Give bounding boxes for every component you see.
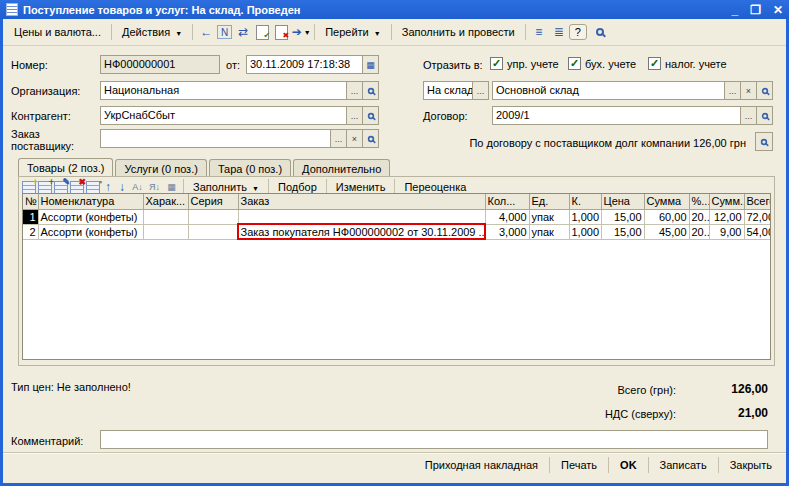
minimize-button[interactable]: _ xyxy=(731,4,738,16)
delete-row-icon[interactable]: ✖ xyxy=(70,181,84,194)
tab-additional[interactable]: Дополнительно xyxy=(293,159,390,177)
back-icon[interactable]: ← xyxy=(197,24,215,41)
tab-goods[interactable]: Товары (2 поз.) xyxy=(18,158,113,178)
magnifier-icon[interactable] xyxy=(756,82,772,99)
col-nomenclature[interactable]: Номенклатура xyxy=(38,194,143,209)
magnifier-icon[interactable] xyxy=(362,107,378,124)
close-form-button[interactable]: Закрыть xyxy=(722,456,780,474)
ellipsis-icon[interactable]: ... xyxy=(472,82,488,99)
ellipsis-icon[interactable]: ... xyxy=(330,130,346,147)
cell-vat-sum[interactable]: 9,00 xyxy=(709,224,744,239)
tab-containers[interactable]: Тара (0 поз.) xyxy=(209,159,291,177)
cell-price[interactable]: 15,00 xyxy=(601,209,644,224)
col-sum[interactable]: Сумма xyxy=(644,194,689,209)
ellipsis-icon[interactable]: ... xyxy=(346,107,362,124)
totals-icon[interactable]: ▦ xyxy=(163,182,180,192)
debt-details-button[interactable] xyxy=(755,132,773,151)
contract-field[interactable]: 2009/1 ... xyxy=(492,106,773,125)
unpost-document-icon[interactable]: ✖ xyxy=(275,25,288,40)
cell-series[interactable] xyxy=(188,224,238,239)
cell-unit[interactable]: упак xyxy=(529,209,569,224)
maximize-button[interactable]: ❐ xyxy=(750,4,761,16)
list-icon[interactable]: ≡ xyxy=(530,24,548,41)
help-icon[interactable]: ? xyxy=(569,24,587,40)
cell-k[interactable]: 1,000 xyxy=(569,224,601,239)
cell-order-highlighted[interactable]: Заказ покупателя НФ000000002 от 30.11.20… xyxy=(238,224,485,239)
col-k[interactable]: К. xyxy=(569,194,601,209)
swap-arrows-icon[interactable]: ⇄ xyxy=(234,24,252,41)
checkbox-tax-accounting[interactable]: ✓ налог. учете xyxy=(648,57,727,70)
col-unit[interactable]: Ед. xyxy=(529,194,569,209)
cell-num[interactable]: 2 xyxy=(23,224,38,239)
ellipsis-icon[interactable]: ... xyxy=(346,82,362,99)
cell-qty[interactable]: 4,000 xyxy=(485,209,529,224)
add-row-icon[interactable]: + xyxy=(22,181,36,194)
number-field[interactable]: НФ000000001 xyxy=(100,55,220,74)
ellipsis-icon[interactable]: ... xyxy=(740,107,756,124)
supplier-order-field[interactable]: ... × xyxy=(100,129,379,148)
sort-asc-icon[interactable]: A↓ xyxy=(129,182,146,192)
contractor-field[interactable]: УкрСнабСбыт ... xyxy=(100,106,379,125)
col-total[interactable]: Всего xyxy=(744,194,771,209)
move-down-icon[interactable]: ↓ xyxy=(115,180,129,194)
move-up-icon[interactable]: ↑ xyxy=(101,180,115,194)
cell-characteristic[interactable] xyxy=(143,224,188,239)
date-field[interactable]: 30.11.2009 17:18:38 ▦ xyxy=(246,55,379,74)
table-row[interactable]: 2 Ассорти (конфеты) Заказ покупателя НФ0… xyxy=(23,224,771,239)
sort-desc-icon[interactable]: Я↓ xyxy=(146,182,163,192)
checkbox-management-accounting[interactable]: ✓ упр. учете xyxy=(490,57,559,70)
actions-menu-button[interactable]: Действия ▼ xyxy=(115,23,189,41)
warehouse-mode-field[interactable]: На склад ... xyxy=(423,81,489,100)
ellipsis-icon[interactable]: ... xyxy=(724,82,740,99)
save-button[interactable]: Записать xyxy=(652,456,715,474)
warehouse-field[interactable]: Основной склад ... × xyxy=(492,81,773,100)
cell-characteristic[interactable] xyxy=(143,209,188,224)
col-vat-sum[interactable]: Сумм... xyxy=(709,194,744,209)
cell-total[interactable]: 72,00 xyxy=(744,209,771,224)
cell-sum[interactable]: 45,00 xyxy=(644,224,689,239)
col-characteristic[interactable]: Харак... xyxy=(143,194,188,209)
cell-order[interactable] xyxy=(238,209,485,224)
col-num[interactable]: № xyxy=(23,194,38,209)
col-series[interactable]: Серия xyxy=(188,194,238,209)
tab-services[interactable]: Услуги (0 поз.) xyxy=(115,159,206,177)
row-end-icon[interactable]: ▪ xyxy=(86,181,100,194)
goto-menu-button[interactable]: Перейти ▼ xyxy=(318,23,388,41)
edit-row-icon[interactable]: ✎ xyxy=(54,181,68,194)
col-order[interactable]: Заказ xyxy=(238,194,485,209)
copy-row-icon[interactable]: + xyxy=(38,181,52,194)
clear-icon[interactable]: × xyxy=(740,82,756,99)
cell-nomenclature[interactable]: Ассорти (конфеты) xyxy=(38,209,143,224)
related-documents-icon[interactable] xyxy=(591,24,609,41)
print-button[interactable]: Печать xyxy=(553,456,605,474)
cell-vat-pct[interactable]: 20... xyxy=(689,224,709,239)
cell-unit[interactable]: упак xyxy=(529,224,569,239)
prices-currency-button[interactable]: Цены и валюта... xyxy=(7,23,108,41)
magnifier-icon[interactable] xyxy=(362,82,378,99)
cell-vat-pct[interactable]: 20... xyxy=(689,209,709,224)
checkbox-book-accounting[interactable]: ✓ бух. учете xyxy=(568,57,636,70)
post-document-icon[interactable]: ✔ xyxy=(256,25,269,40)
cell-sum[interactable]: 60,00 xyxy=(644,209,689,224)
cell-nomenclature[interactable]: Ассорти (конфеты) xyxy=(38,224,143,239)
table-row[interactable]: 1 Ассорти (конфеты) 4,000 упак 1,000 15,… xyxy=(23,209,771,224)
row-cursor-cell[interactable]: 1 xyxy=(23,209,38,224)
cell-k[interactable]: 1,000 xyxy=(569,209,601,224)
close-button[interactable]: ✕ xyxy=(773,4,783,16)
renumber-icon[interactable]: N xyxy=(217,25,232,39)
col-price[interactable]: Цена xyxy=(601,194,644,209)
calendar-icon[interactable]: ▦ xyxy=(362,56,378,73)
ok-button[interactable]: OK xyxy=(612,456,645,474)
comment-field[interactable] xyxy=(100,430,768,449)
list-settings-icon[interactable]: ≣ xyxy=(550,24,568,41)
clear-icon[interactable]: × xyxy=(346,130,362,147)
magnifier-icon[interactable] xyxy=(362,130,378,147)
cell-total[interactable]: 54,00 xyxy=(744,224,771,239)
cell-vat-sum[interactable]: 12,00 xyxy=(709,209,744,224)
cell-price[interactable]: 15,00 xyxy=(601,224,644,239)
organization-field[interactable]: Национальная ... xyxy=(100,81,379,100)
cell-series[interactable] xyxy=(188,209,238,224)
cell-qty[interactable]: 3,000 xyxy=(485,224,529,239)
fill-and-post-button[interactable]: Заполнить и провести xyxy=(395,23,522,41)
col-vat-pct[interactable]: %... xyxy=(689,194,709,209)
